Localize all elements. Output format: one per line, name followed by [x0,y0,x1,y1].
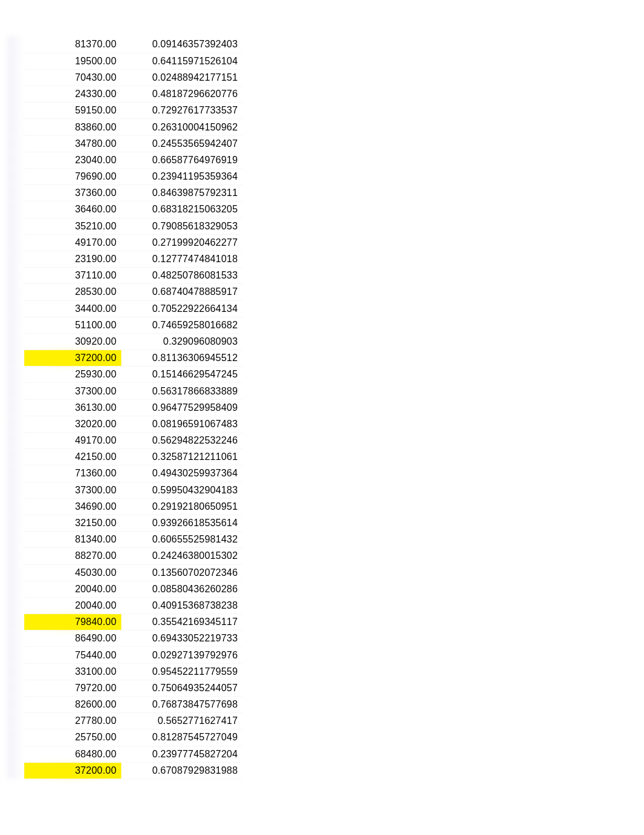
cell-col-a: 86490.00 [24,630,121,647]
cell-col-b: 0.49430259937364 [121,465,243,482]
cell-col-b: 0.48250786081533 [121,268,243,284]
cell-col-b: 0.48187296620776 [121,86,243,103]
cell-col-b: 0.93926618535614 [121,515,243,531]
table-row: 23190.000.12777474841018 [24,251,243,267]
table-body: 81370.000.0914635739240319500.000.641159… [24,36,243,779]
table-row: 70430.000.02488942177151 [24,69,243,86]
cell-col-a: 19500.00 [24,53,121,69]
cell-col-b: 0.29192180650951 [121,498,243,515]
table-row: 75440.000.02927139792976 [24,647,243,663]
cell-col-a: 82600.00 [24,697,121,713]
table-row: 37300.000.59950432904183 [24,482,243,498]
cell-col-a: 25750.00 [24,729,121,746]
cell-col-a: 37200.00 [24,762,121,779]
cell-col-b: 0.64115971526104 [121,53,243,69]
table-row: 20040.000.08580436260286 [24,581,243,597]
table-row: 34690.000.29192180650951 [24,498,243,515]
table-row: 34780.000.24553565942407 [24,135,243,152]
cell-col-a: 20040.00 [24,597,121,614]
table-row: 79690.000.23941195359364 [24,169,243,185]
cell-col-a: 36130.00 [24,399,121,416]
table-row: 82600.000.76873847577698 [24,697,243,713]
cell-col-a: 83860.00 [24,119,121,135]
table-row: 19500.000.64115971526104 [24,53,243,69]
table-row: 23040.000.66587764976919 [24,152,243,168]
table-row: 81370.000.09146357392403 [24,36,243,53]
cell-col-a: 23040.00 [24,152,121,168]
cell-col-b: 0.15146629547245 [121,367,243,383]
cell-col-a: 71360.00 [24,465,121,482]
table-row: 42150.000.32587121211061 [24,449,243,465]
cell-col-b: 0.23941195359364 [121,169,243,185]
cell-col-b: 0.75064935244057 [121,680,243,696]
cell-col-b: 0.59950432904183 [121,482,243,498]
cell-col-a: 30920.00 [24,333,121,350]
cell-col-b: 0.13560702072346 [121,564,243,581]
cell-col-a: 45030.00 [24,564,121,581]
table-row: 71360.000.49430259937364 [24,465,243,482]
table-row: 37200.000.81136306945512 [24,350,243,367]
cell-col-b: 0.24246380015302 [121,548,243,564]
cell-col-a: 37200.00 [24,350,121,367]
cell-col-a: 23190.00 [24,251,121,267]
cell-col-b: 0.09146357392403 [121,36,243,53]
table-row: 28530.000.68740478885917 [24,284,243,300]
cell-col-a: 79690.00 [24,169,121,185]
cell-col-a: 68480.00 [24,746,121,762]
cell-col-b: 0.76873847577698 [121,697,243,713]
table-row: 32150.000.93926618535614 [24,515,243,531]
cell-col-b: 0.02488942177151 [121,69,243,86]
cell-col-b: 0.56294822532246 [121,433,243,449]
cell-col-a: 37360.00 [24,185,121,201]
cell-col-b: 0.23977745827204 [121,746,243,762]
cell-col-b: 0.81287545727049 [121,729,243,746]
table-row: 49170.000.56294822532246 [24,433,243,449]
cell-col-b: 0.08580436260286 [121,581,243,597]
cell-col-a: 25930.00 [24,367,121,383]
table-row: 49170.000.27199920462277 [24,234,243,251]
table-row: 30920.000.329096080903 [24,333,243,350]
table-row: 24330.000.48187296620776 [24,86,243,103]
table-row: 79840.000.35542169345117 [24,614,243,630]
cell-col-b: 0.66587764976919 [121,152,243,168]
cell-col-a: 37300.00 [24,383,121,399]
cell-col-b: 0.69433052219733 [121,630,243,647]
cell-col-a: 51100.00 [24,317,121,333]
cell-col-b: 0.95452211779559 [121,663,243,680]
table-row: 68480.000.23977745827204 [24,746,243,762]
table-row: 25930.000.15146629547245 [24,367,243,383]
table-row: 36460.000.68318215063205 [24,201,243,218]
cell-col-b: 0.74659258016682 [121,317,243,333]
cell-col-a: 70430.00 [24,69,121,86]
cell-col-b: 0.02927139792976 [121,647,243,663]
cell-col-a: 75440.00 [24,647,121,663]
cell-col-a: 88270.00 [24,548,121,564]
table-row: 27780.000.5652771627417 [24,713,243,729]
cell-col-b: 0.81136306945512 [121,350,243,367]
cell-col-a: 36460.00 [24,201,121,218]
cell-col-b: 0.12777474841018 [121,251,243,267]
table-row: 79720.000.75064935244057 [24,680,243,696]
page: 81370.000.0914635739240319500.000.641159… [0,0,644,779]
table-row: 35210.000.79085618329053 [24,218,243,234]
table-row: 20040.000.40915368738238 [24,597,243,614]
cell-col-b: 0.70522922664134 [121,300,243,317]
table-row: 37360.000.84639875792311 [24,185,243,201]
cell-col-b: 0.56317866833889 [121,383,243,399]
cell-col-a: 34780.00 [24,135,121,152]
cell-col-a: 27780.00 [24,713,121,729]
cell-col-a: 34400.00 [24,300,121,317]
cell-col-a: 49170.00 [24,234,121,251]
table-row: 37300.000.56317866833889 [24,383,243,399]
cell-col-a: 32020.00 [24,416,121,432]
cell-col-b: 0.35542169345117 [121,614,243,630]
cell-col-a: 59150.00 [24,103,121,119]
cell-col-a: 20040.00 [24,581,121,597]
cell-col-a: 35210.00 [24,218,121,234]
cell-col-a: 79720.00 [24,680,121,696]
cell-col-b: 0.5652771627417 [121,713,243,729]
cell-col-b: 0.26310004150962 [121,119,243,135]
table-row: 86490.000.69433052219733 [24,630,243,647]
cell-col-b: 0.08196591067483 [121,416,243,432]
table-row: 36130.000.96477529958409 [24,399,243,416]
